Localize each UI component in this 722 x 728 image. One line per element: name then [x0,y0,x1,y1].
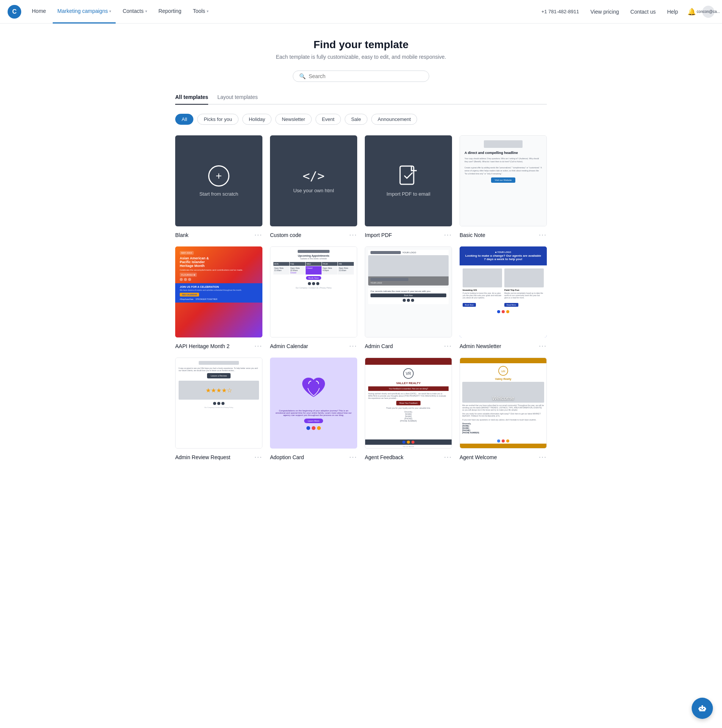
template-admin-newsletter-thumb: ■ YOUR LOGO Looking to make a change? Ou… [460,246,547,337]
template-admin-newsletter[interactable]: ■ YOUR LOGO Looking to make a change? Ou… [460,246,547,350]
template-admin-card-thumb: YOUR LOGO YOUR LOGO Our records indicate… [365,246,452,337]
filter-picks[interactable]: Picks for you [197,114,238,125]
template-adoption-card-thumb: Congratulations on the beginning of your… [270,358,357,449]
template-agent-welcome-footer: Agent Welcome ··· [460,453,547,461]
nav-item-home[interactable]: Home [27,0,50,24]
adoption-preview: Congratulations on the beginning of your… [270,358,357,449]
pdf-icon [399,165,418,187]
nav-item-contacts[interactable]: Contacts ▾ [118,0,151,24]
template-blank-thumb: + Start from scratch [175,135,262,226]
nav-logo[interactable]: C [8,5,21,19]
template-options-button[interactable]: ··· [254,231,262,239]
search-wrap: 🔍 [175,71,547,82]
svg-rect-7 [703,708,704,709]
tab-layout-templates[interactable]: Layout templates [217,94,258,105]
template-options-button[interactable]: ··· [444,231,452,239]
template-admin-card-footer: Admin Card ··· [365,342,452,350]
template-basic-note-thumb: A direct and compelling headline Your co… [460,135,547,226]
tab-all-templates[interactable]: All templates [175,94,208,105]
tabs-row: All templates Layout templates [175,94,547,105]
logo-letter: C [12,8,17,15]
template-aapi-thumb: MAY 20XX Asian American &Pacific Islande… [175,246,262,337]
agent-feedback-preview: VR VALLEY REALTY Your feedback is essent… [365,358,452,448]
template-agent-welcome-thumb: VR Valley Realty Welcome We are excited … [460,358,547,449]
template-options-button[interactable]: ··· [254,342,262,350]
chevron-down-icon: ▾ [109,9,111,13]
templates-grid: + Start from scratch Blank ··· </> Use y… [175,135,547,461]
filter-announcement[interactable]: Announcement [371,114,417,125]
admin-card-preview: YOUR LOGO YOUR LOGO Our records indicate… [365,247,452,337]
nav-item-marketing[interactable]: Marketing campaigns ▾ [53,0,116,24]
svg-rect-6 [700,708,702,709]
svg-text:VR: VR [406,372,411,376]
template-admin-review[interactable]: It was so great to see you! We hope you … [175,358,262,461]
search-box: 🔍 [293,71,429,82]
admin-cal-preview: Upcoming AppointmentsUpdates to this wee… [270,247,357,337]
template-adoption-card-footer: Adoption Card ··· [270,453,357,461]
template-custom-code-footer: Custom code ··· [270,231,357,239]
template-options-button[interactable]: ··· [539,231,547,239]
template-custom-code-thumb: </> Use your own html [270,135,357,226]
filter-row: All Picks for you Holiday Newsletter Eve… [175,114,547,125]
template-options-button[interactable]: ··· [539,342,547,350]
aapi-preview: MAY 20XX Asian American &Pacific Islande… [175,246,262,337]
template-custom-code[interactable]: </> Use your own html Custom code ··· [270,135,357,239]
plus-icon: + [208,165,229,187]
main-content: Find your template Each template is full… [152,24,570,484]
template-admin-newsletter-footer: Admin Newsletter ··· [460,342,547,350]
page-title: Find your template [175,39,547,51]
template-blank[interactable]: + Start from scratch Blank ··· [175,135,262,239]
svg-rect-10 [698,708,700,710]
note-logo [484,140,523,148]
template-options-button[interactable]: ··· [444,453,452,461]
avatar[interactable]: concon@ca... [702,6,714,18]
template-adoption-card[interactable]: Congratulations on the beginning of your… [270,358,357,461]
filter-event[interactable]: Event [315,114,341,125]
agent-welcome-preview: VR Valley Realty Welcome We are excited … [460,358,546,448]
template-agent-feedback-thumb: VR VALLEY REALTY Your feedback is essent… [365,358,452,449]
nav-view-pricing[interactable]: View pricing [586,9,623,15]
filter-all[interactable]: All [175,114,193,125]
admin-review-preview: It was so great to see you! We hope you … [176,358,262,448]
template-admin-calendar[interactable]: Upcoming AppointmentsUpdates to this wee… [270,246,357,350]
template-basic-note[interactable]: A direct and compelling headline Your co… [460,135,547,239]
template-options-button[interactable]: ··· [349,453,357,461]
template-import-pdf[interactable]: Import PDF to email Import PDF ··· [365,135,452,239]
nav-phone: +1 781-482-8911 [537,9,584,14]
search-input[interactable] [309,73,423,79]
robot-icon [698,704,707,713]
nav-item-reporting[interactable]: Reporting [154,0,186,24]
template-admin-calendar-footer: Admin Calendar ··· [270,342,357,350]
filter-holiday[interactable]: Holiday [242,114,272,125]
template-admin-calendar-thumb: Upcoming AppointmentsUpdates to this wee… [270,246,357,337]
svg-rect-9 [702,705,703,707]
template-agent-feedback[interactable]: VR VALLEY REALTY Your feedback is essent… [365,358,452,461]
template-options-button[interactable]: ··· [444,342,452,350]
template-admin-review-thumb: It was so great to see you! We hope you … [175,358,262,449]
chevron-down-icon: ▾ [207,9,209,13]
page-title-area: Find your template Each template is full… [175,39,547,60]
nav-help[interactable]: Help [662,9,683,15]
template-agent-feedback-footer: Agent Feedback ··· [365,453,452,461]
nav-contact-us[interactable]: Contact us [626,9,660,15]
template-options-button[interactable]: ··· [254,453,262,461]
page-subtitle: Each template is fully customizable, eas… [175,54,547,60]
svg-rect-5 [699,707,705,711]
navbar: C Home Marketing campaigns ▾ Contacts ▾ … [0,0,722,24]
template-options-button[interactable]: ··· [349,231,357,239]
chat-assistant-button[interactable] [692,698,713,719]
template-basic-note-footer: Basic Note ··· [460,231,547,239]
filter-sale[interactable]: Sale [345,114,367,125]
template-aapi[interactable]: MAY 20XX Asian American &Pacific Islande… [175,246,262,350]
nav-item-tools[interactable]: Tools ▾ [188,0,213,24]
template-agent-welcome[interactable]: VR Valley Realty Welcome We are excited … [460,358,547,461]
template-options-button[interactable]: ··· [539,453,547,461]
template-import-pdf-footer: Import PDF ··· [365,231,452,239]
template-options-button[interactable]: ··· [349,342,357,350]
svg-text:VR: VR [501,370,505,373]
svg-rect-11 [705,708,706,710]
filter-newsletter[interactable]: Newsletter [275,114,311,125]
template-aapi-footer: AAPI Heritage Month 2 ··· [175,342,262,350]
template-admin-review-footer: Admin Review Request ··· [175,453,262,461]
template-admin-card[interactable]: YOUR LOGO YOUR LOGO Our records indicate… [365,246,452,350]
